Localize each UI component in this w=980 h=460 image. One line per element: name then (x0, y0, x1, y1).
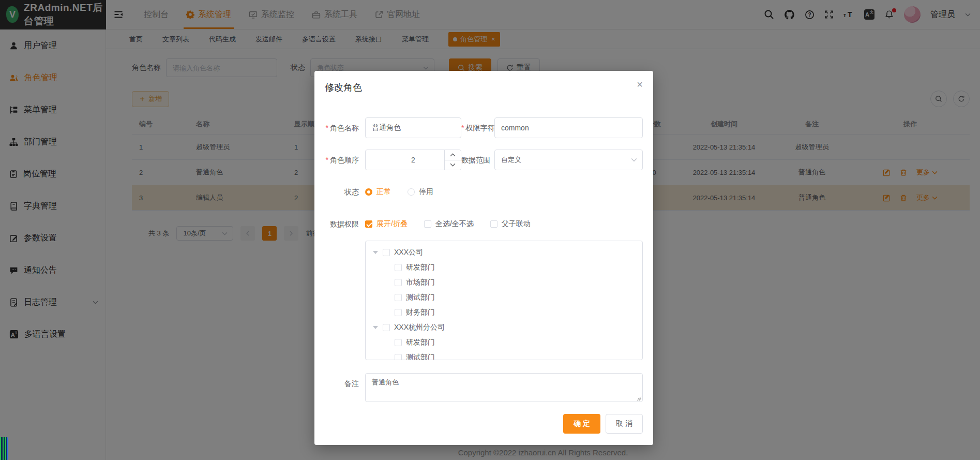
checkbox (365, 220, 372, 228)
data-perm-field-label: 数据权限 (325, 214, 365, 234)
tree-node-测试部门[interactable]: 测试部门 (366, 290, 642, 305)
perm-checkbox-展开/折叠[interactable]: 展开/折叠 (365, 219, 408, 229)
tree-node-测试部门[interactable]: 测试部门 (366, 350, 642, 360)
close-dialog-icon[interactable]: × (637, 79, 643, 90)
edit-role-form: *角色名称 *权限字符 *角色顺序 2 数据范围 (325, 117, 643, 404)
status-radio-停用[interactable]: 停用 (408, 187, 433, 197)
data-perm-options: 展开/折叠全选/全不选父子联动 (365, 214, 547, 234)
remark-field[interactable]: 普通角色 (365, 373, 643, 402)
checkbox (490, 220, 497, 228)
role-name-field-label: *角色名称 (325, 117, 365, 138)
role-key-field-label: *权限字符 (461, 117, 494, 138)
stepper-down-button[interactable] (445, 160, 461, 170)
tree-node-XXX杭州分公司[interactable]: XXX杭州分公司 (366, 320, 642, 335)
tree-node-财务部门[interactable]: 财务部门 (366, 305, 642, 320)
stepper-up-button[interactable] (445, 150, 461, 160)
department-tree: XXX公司研发部门市场部门测试部门财务部门XXX杭州分公司研发部门测试部门 (365, 241, 643, 360)
tree-node-研发部门[interactable]: 研发部门 (366, 260, 642, 275)
confirm-button[interactable]: 确 定 (563, 414, 600, 434)
tree-checkbox[interactable] (395, 309, 402, 316)
tree-checkbox[interactable] (395, 339, 402, 346)
cancel-button[interactable]: 取 消 (606, 414, 643, 434)
tree-checkbox[interactable] (383, 324, 390, 331)
remark-field-label: 备注 (325, 373, 365, 394)
system-monitor-widget (0, 437, 8, 460)
dialog-footer: 确 定 取 消 (563, 414, 643, 434)
tree-expand-icon[interactable] (373, 251, 378, 257)
tree-checkbox[interactable] (395, 294, 402, 301)
status-radio-正常[interactable]: 正常 (365, 187, 391, 197)
tree-expand-icon[interactable] (373, 326, 378, 332)
edit-role-dialog: 修改角色 × *角色名称 *权限字符 *角色顺序 2 数据范 (314, 71, 653, 445)
tree-checkbox[interactable] (395, 354, 402, 361)
tree-checkbox[interactable] (395, 264, 402, 271)
tree-node-XXX公司[interactable]: XXX公司 (366, 245, 642, 260)
data-scope-field-label: 数据范围 (461, 150, 494, 170)
tree-node-研发部门[interactable]: 研发部门 (366, 335, 642, 350)
perm-checkbox-父子联动[interactable]: 父子联动 (490, 219, 531, 229)
checkbox (424, 220, 431, 228)
role-sort-field-label: *角色顺序 (325, 150, 365, 170)
tree-checkbox[interactable] (395, 279, 402, 286)
status-field-label: 状态 (325, 182, 365, 202)
tree-checkbox[interactable] (383, 249, 390, 256)
data-scope-select[interactable]: 自定义 (494, 150, 643, 170)
radio-dot (408, 188, 415, 196)
radio-dot (365, 188, 372, 196)
tree-node-市场部门[interactable]: 市场部门 (366, 275, 642, 290)
chevron-down-icon (631, 157, 637, 163)
role-key-field[interactable] (494, 117, 643, 138)
role-name-field[interactable] (365, 117, 461, 138)
status-radio-group: 正常停用 (365, 182, 450, 202)
perm-checkbox-全选/全不选[interactable]: 全选/全不选 (424, 219, 474, 229)
role-sort-stepper[interactable]: 2 (365, 150, 461, 170)
dialog-title: 修改角色 (325, 81, 643, 94)
